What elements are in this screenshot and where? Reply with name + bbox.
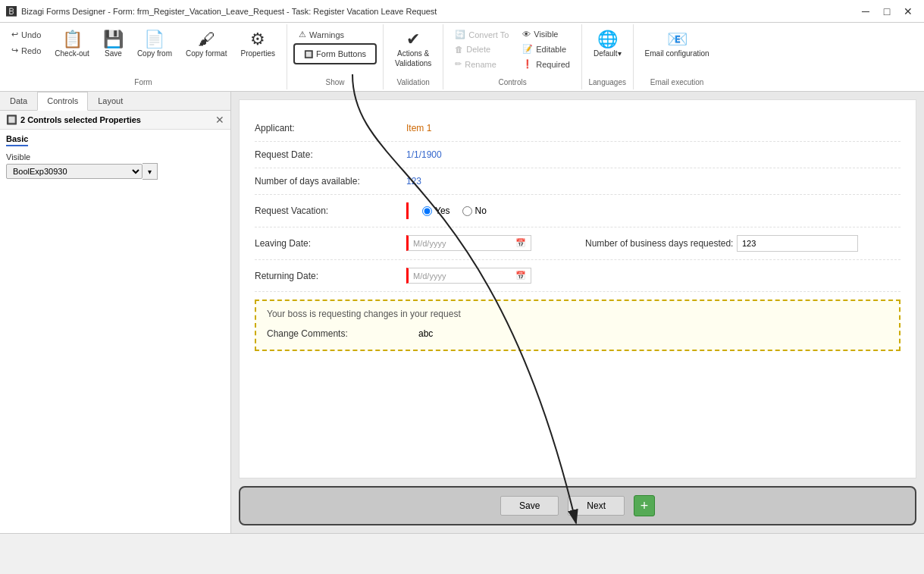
actions-icon: ✔ bbox=[406, 31, 420, 48]
form-group-label: Form bbox=[134, 77, 152, 86]
undo-button[interactable]: ↩ Undo bbox=[6, 27, 46, 42]
leaving-date-col: Leaving Date: M/d/yyyy 📅 bbox=[255, 235, 570, 251]
applicant-label: Applicant: bbox=[255, 123, 406, 133]
ribbon-group-languages: 🌐 Default▾ Languages bbox=[582, 24, 634, 89]
minimize-button[interactable]: ─ bbox=[856, 4, 875, 19]
applicant-value: Item 1 bbox=[406, 123, 901, 133]
window-controls: ─ □ ✕ bbox=[856, 4, 918, 19]
request-vacation-row: Request Vacation: Yes No bbox=[255, 195, 901, 227]
required-button[interactable]: ❗ Required bbox=[517, 57, 575, 71]
request-date-value: 1/1/1900 bbox=[406, 149, 901, 160]
ribbon-group-controls: 🔄 Convert To 🗑 Delete ✏ Rename 👁 bbox=[443, 24, 582, 89]
convert-to-button[interactable]: 🔄 Convert To bbox=[449, 27, 514, 42]
panel-tab-layout[interactable]: Layout bbox=[88, 92, 133, 110]
ribbon-group-validation: ✔ Actions & Validations Validation bbox=[384, 24, 443, 89]
email-group-items: 📧 Email configuration bbox=[640, 27, 715, 77]
redo-icon: ↪ bbox=[11, 45, 18, 55]
radio-no[interactable]: No bbox=[462, 205, 487, 216]
visible-select-wrap: BoolExp30930 true false ▾ bbox=[6, 163, 224, 180]
basic-tab[interactable]: Basic bbox=[6, 134, 28, 146]
business-days-input[interactable] bbox=[737, 235, 858, 252]
returning-date-label: Returning Date: bbox=[255, 271, 406, 281]
maximize-button[interactable]: □ bbox=[877, 4, 897, 19]
validation-group-items: ✔ Actions & Validations bbox=[390, 27, 437, 77]
panel-section-basic: Basic Visible BoolExp30930 true false ▾ bbox=[0, 130, 230, 190]
returning-date-cal-btn[interactable]: 📅 bbox=[515, 271, 526, 281]
days-available-label: Number of days available: bbox=[255, 176, 406, 187]
save-button[interactable]: 💾 Save bbox=[98, 27, 129, 61]
controls-group-label: Controls bbox=[498, 77, 526, 86]
required-icon: ❗ bbox=[522, 59, 533, 69]
radio-yes[interactable]: Yes bbox=[422, 205, 450, 216]
visible-field: Visible BoolExp30930 true false ▾ bbox=[6, 152, 224, 180]
request-date-label: Request Date: bbox=[255, 149, 406, 160]
left-panel: Data Controls Layout 🔲 2 Controls select… bbox=[0, 92, 231, 533]
editable-button[interactable]: 📝 Editable bbox=[517, 42, 575, 56]
radio-yes-input[interactable] bbox=[422, 206, 432, 216]
change-comments-value: abc bbox=[418, 328, 888, 339]
panel-close-button[interactable]: ✕ bbox=[215, 114, 224, 126]
properties-button[interactable]: ⚙ Properties bbox=[235, 27, 280, 61]
show-group-items: ⚠ Warnings 🔲 Form Buttons bbox=[293, 27, 377, 77]
leaving-date-cal-btn[interactable]: 📅 bbox=[515, 238, 526, 248]
rename-button[interactable]: ✏ Rename bbox=[449, 57, 514, 71]
checkout-button[interactable]: 📋 Check-out bbox=[49, 27, 95, 61]
email-group-label: Email execution bbox=[650, 77, 704, 86]
show-group-label: Show bbox=[326, 77, 345, 86]
add-button[interactable]: + bbox=[634, 495, 655, 516]
warnings-button[interactable]: ⚠ Warnings bbox=[293, 27, 377, 42]
actions-validations-button[interactable]: ✔ Actions & Validations bbox=[390, 27, 437, 71]
yellow-section: Your boss is requesting changes in your … bbox=[255, 300, 901, 351]
leaving-date-input[interactable]: M/d/yyyy 📅 bbox=[406, 235, 531, 251]
rename-icon: ✏ bbox=[455, 59, 462, 69]
leaving-date-label: Leaving Date: bbox=[255, 238, 406, 249]
copy-from-button[interactable]: 📄 Copy from bbox=[132, 27, 177, 61]
language-default-button[interactable]: 🌐 Default▾ bbox=[588, 27, 627, 61]
form-canvas: Applicant: Item 1 Request Date: 1/1/1900… bbox=[231, 92, 924, 533]
warnings-icon: ⚠ bbox=[299, 30, 306, 39]
radio-group: Yes No bbox=[406, 202, 901, 219]
visible-select-btn[interactable]: ▾ bbox=[143, 163, 158, 180]
main-area: Data Controls Layout 🔲 2 Controls select… bbox=[0, 92, 924, 533]
business-days-label: Number of business days requested: bbox=[585, 238, 737, 249]
editable-icon: 📝 bbox=[522, 44, 533, 54]
required-marker bbox=[406, 202, 409, 219]
delete-button[interactable]: 🗑 Delete bbox=[449, 42, 514, 56]
visible-button[interactable]: 👁 Visible bbox=[517, 27, 575, 41]
next-button[interactable]: Next bbox=[568, 496, 625, 516]
close-button[interactable]: ✕ bbox=[898, 4, 918, 19]
returning-date-input[interactable]: M/d/yyyy 📅 bbox=[406, 268, 531, 284]
visible-icon: 👁 bbox=[522, 30, 531, 39]
form-buttons-button[interactable]: 🔲 Form Buttons bbox=[293, 43, 377, 64]
ribbon-group-email: 📧 Email configuration Email execution bbox=[634, 24, 721, 89]
panel-header: 🔲 2 Controls selected Properties ✕ bbox=[0, 111, 230, 130]
convert-icon: 🔄 bbox=[455, 30, 465, 39]
save-form-button[interactable]: Save bbox=[500, 496, 559, 516]
copy-format-button[interactable]: 🖌 Copy format bbox=[180, 27, 232, 61]
change-comments-row: Change Comments: abc bbox=[267, 325, 888, 342]
business-days-col: Number of business days requested: bbox=[585, 235, 901, 252]
ribbon-group-show: ⚠ Warnings 🔲 Form Buttons Show bbox=[287, 24, 384, 89]
leaving-date-row: Leaving Date: M/d/yyyy 📅 Number of busin… bbox=[255, 227, 901, 260]
days-available-row: Number of days available: 123 bbox=[255, 168, 901, 195]
panel-header-icon: 🔲 bbox=[6, 114, 17, 125]
properties-icon: ⚙ bbox=[250, 31, 265, 48]
email-config-button[interactable]: 📧 Email configuration bbox=[640, 27, 715, 61]
returning-date-placeholder: M/d/yyyy bbox=[413, 271, 446, 281]
title-bar: 🅱 Bizagi Forms Designer - Form: frm_Regi… bbox=[0, 0, 924, 23]
redo-button[interactable]: ↪ Redo bbox=[6, 43, 46, 58]
yellow-section-title: Your boss is requesting changes in your … bbox=[267, 309, 888, 319]
undo-icon: ↩ bbox=[11, 30, 18, 39]
panel-tabs: Data Controls Layout bbox=[0, 92, 230, 111]
radio-no-input[interactable] bbox=[462, 206, 472, 216]
form-buttons-icon: 🔲 bbox=[304, 50, 313, 58]
panel-tab-data[interactable]: Data bbox=[0, 92, 37, 110]
leaving-date-placeholder: M/d/yyyy bbox=[413, 239, 446, 248]
request-vacation-value: Yes No bbox=[406, 202, 901, 219]
panel-tab-controls[interactable]: Controls bbox=[37, 92, 88, 111]
request-date-row: Request Date: 1/1/1900 bbox=[255, 142, 901, 168]
applicant-row: Applicant: Item 1 bbox=[255, 115, 901, 142]
days-available-value: 123 bbox=[406, 176, 901, 187]
visible-select[interactable]: BoolExp30930 true false bbox=[6, 164, 143, 179]
validation-group-label: Validation bbox=[397, 77, 430, 86]
